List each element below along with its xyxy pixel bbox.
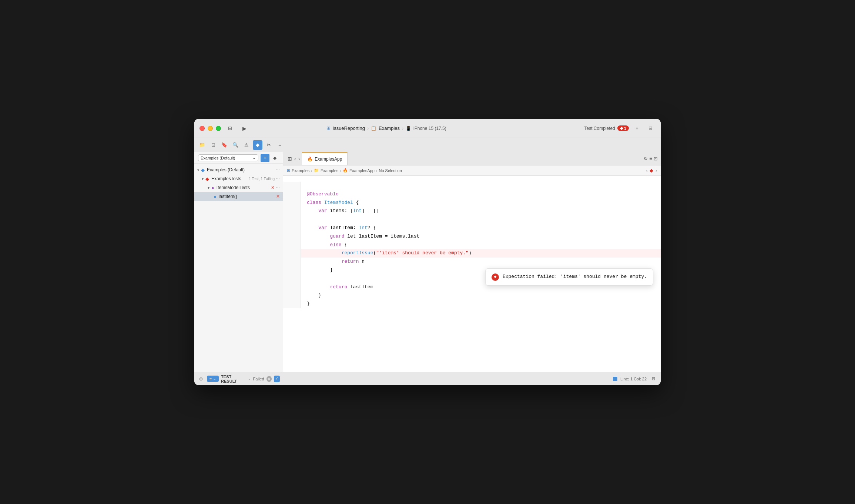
editor-tab-examples-app[interactable]: 🔥 ExamplesApp bbox=[302, 152, 348, 165]
line-body bbox=[301, 182, 661, 190]
scissors-btn[interactable]: ✂ bbox=[264, 140, 274, 150]
bc-sep-3: › bbox=[376, 168, 378, 173]
minimap-toggle-btn[interactable]: ⊡ bbox=[650, 375, 657, 383]
grid-view-btn[interactable]: ⊞ bbox=[287, 155, 293, 162]
code-line: else { bbox=[283, 241, 661, 249]
play-icon: ▶ bbox=[242, 125, 247, 131]
line-number bbox=[283, 300, 301, 308]
filter-tag-btn[interactable]: ≡ ⌄ bbox=[207, 376, 219, 382]
error-count: 1 bbox=[624, 126, 626, 131]
scheme-selector[interactable]: Examples (Default) ⌄ bbox=[198, 154, 258, 161]
bc-folder-item[interactable]: 📁 Examples bbox=[314, 168, 338, 173]
refresh-icon[interactable]: ↻ bbox=[644, 156, 648, 161]
bc-no-selection-item[interactable]: No Selection bbox=[379, 168, 402, 173]
sidebar: Examples (Default) ⌄ ≡ ◆ ▾ ◆ Examples (D… bbox=[194, 152, 283, 372]
sidebar-header: Examples (Default) ⌄ ≡ ◆ bbox=[194, 152, 283, 164]
bc-nav-next[interactable]: › bbox=[656, 168, 657, 173]
add-filter-btn[interactable]: ⊕ bbox=[197, 375, 205, 383]
maximize-button[interactable] bbox=[216, 126, 221, 131]
find-btn[interactable]: 🔍 bbox=[231, 140, 240, 150]
titlebar-center: ⊞ IssueReporting › 📋 Examples › 📱 iPhone… bbox=[254, 125, 519, 131]
layout-toggle-button[interactable]: ⊟ bbox=[645, 125, 656, 132]
filter-value: Failed bbox=[253, 377, 264, 381]
project-icon: ⊞ bbox=[326, 125, 331, 131]
sidebar-item-examples-default[interactable]: ▾ ◆ Examples (Default) ⋯ bbox=[194, 165, 283, 174]
code-line: } bbox=[283, 291, 661, 300]
tab-label: ExamplesApp bbox=[315, 157, 342, 162]
bc-examples-icon-item[interactable]: ⊞ Examples bbox=[287, 168, 309, 173]
breadcrumb-sep-2: › bbox=[402, 126, 403, 131]
status-indicator bbox=[613, 377, 617, 381]
close-button[interactable] bbox=[200, 126, 205, 131]
add-tab-button[interactable]: + bbox=[632, 125, 642, 132]
chevron-down-icon: ▾ bbox=[197, 168, 199, 172]
line-col-info: Line: 1 Col: 22 bbox=[620, 377, 647, 381]
editor-area: ⊞ ‹ › 🔥 ExamplesApp ↻ ≡ ⊡ ⊞ bbox=[283, 152, 661, 372]
error-icon: ✕ bbox=[276, 194, 280, 199]
prev-tab-btn[interactable]: ‹ bbox=[294, 155, 297, 162]
tag-view-btn[interactable]: ◆ bbox=[270, 154, 279, 162]
line-number bbox=[283, 291, 301, 300]
bc-sep-2: › bbox=[340, 168, 341, 173]
warning-btn[interactable]: ⚠ bbox=[242, 140, 251, 150]
sidebar-content: ▾ ◆ Examples (Default) ⋯ ▾ ◆ ExamplesTes… bbox=[194, 164, 283, 372]
line-body: @Observable bbox=[301, 190, 661, 199]
code-line: @Observable bbox=[283, 190, 661, 199]
sidebar-item-items-model-tests[interactable]: ▾ ● ItemsModelTests ✕ ⋯ bbox=[194, 183, 283, 192]
line-number bbox=[283, 266, 301, 275]
error-count-badge: ◆ 1 bbox=[617, 125, 629, 131]
line-numbers-icon[interactable]: ≡ bbox=[649, 156, 652, 161]
sidebar-item-examples-tests[interactable]: ▾ ◆ ExamplesTests 1 Test, 1 Failing ⋯ bbox=[194, 174, 283, 183]
error-icon: ✕ bbox=[271, 185, 275, 190]
device-info: iPhone 15 (17.5) bbox=[413, 126, 446, 131]
line-number bbox=[283, 190, 301, 199]
bookmark-btn[interactable]: 🔖 bbox=[219, 140, 229, 150]
traffic-lights bbox=[200, 126, 221, 131]
error-tooltip-text: Expectation failed: 'items' should never… bbox=[503, 273, 647, 281]
editor-tab-actions: ↻ ≡ ⊡ bbox=[641, 152, 661, 165]
bc-swift-label: ExamplesApp bbox=[349, 168, 375, 173]
test-status-label: Test Completed bbox=[584, 126, 615, 131]
breadcrumb-examples[interactable]: Examples bbox=[379, 125, 400, 131]
bottom-editor-section: Line: 1 Col: 22 ⊡ bbox=[283, 372, 661, 385]
split-editor-icon[interactable]: ⊡ bbox=[654, 156, 658, 161]
filter-clear-btn[interactable]: ✕ bbox=[266, 376, 272, 382]
sidebar-item-label: Examples (Default) bbox=[207, 167, 275, 172]
next-tab-btn[interactable]: › bbox=[298, 155, 301, 162]
line-body: else { bbox=[301, 241, 661, 249]
error-tooltip-icon: ◆ bbox=[492, 273, 499, 281]
chevron-down-icon: ▾ bbox=[202, 177, 204, 181]
list-view-btn[interactable]: ≡ bbox=[261, 154, 269, 162]
code-editor[interactable]: @Observable class ItemsModel { var items… bbox=[283, 176, 661, 372]
scheme-label: Examples (Default) bbox=[201, 156, 235, 160]
breadcrumb-bar: ⊞ Examples › 📁 Examples › 🔥 ExamplesApp … bbox=[283, 165, 661, 176]
bc-swift-icon: 🔥 bbox=[343, 168, 348, 173]
bc-swift-item[interactable]: 🔥 ExamplesApp bbox=[343, 168, 375, 173]
minimize-button[interactable] bbox=[208, 126, 213, 131]
diamond-btn[interactable]: ◆ bbox=[253, 140, 262, 150]
item-settings-icon: ⋯ bbox=[276, 177, 280, 181]
run-button[interactable]: ▶ bbox=[239, 123, 250, 134]
chevron-down-icon: ▾ bbox=[208, 186, 209, 190]
sidebar-toggle-button[interactable]: ⊟ bbox=[225, 125, 235, 132]
list-btn[interactable]: ≡ bbox=[275, 140, 285, 150]
sidebar-item-label: lastItem() bbox=[219, 194, 275, 199]
breadcrumb-right-actions: ‹ ◆ › bbox=[646, 168, 657, 173]
code-line: var items: [Int] = [] bbox=[283, 207, 661, 215]
bc-examples-label: Examples bbox=[292, 168, 309, 173]
code-line: return n bbox=[283, 258, 661, 266]
filter-check-btn[interactable]: ✓ bbox=[274, 376, 280, 382]
source-control-btn[interactable]: ⊡ bbox=[208, 140, 218, 150]
sidebar-item-last-item[interactable]: ● lastItem() ✕ bbox=[194, 192, 283, 201]
bottom-sidebar-section: ⊕ ≡ ⌄ TEST RESULT ⌄ Failed ✕ ✓ bbox=[194, 372, 283, 385]
main-layout: Examples (Default) ⌄ ≡ ◆ ▾ ◆ Examples (D… bbox=[194, 152, 661, 372]
plus-icon: + bbox=[636, 125, 638, 131]
line-number bbox=[283, 182, 301, 190]
bc-nav-prev[interactable]: ‹ bbox=[646, 168, 648, 173]
code-line: class ItemsModel { bbox=[283, 199, 661, 207]
breadcrumb-sep-1: › bbox=[367, 126, 369, 131]
toolbar: 📁 ⊡ 🔖 🔍 ⚠ ◆ ✂ ≡ bbox=[194, 138, 661, 152]
line-body: class ItemsModel { bbox=[301, 199, 661, 207]
filter-tag-icon: ≡ bbox=[209, 377, 212, 381]
folder-icon-btn[interactable]: 📁 bbox=[197, 140, 207, 150]
